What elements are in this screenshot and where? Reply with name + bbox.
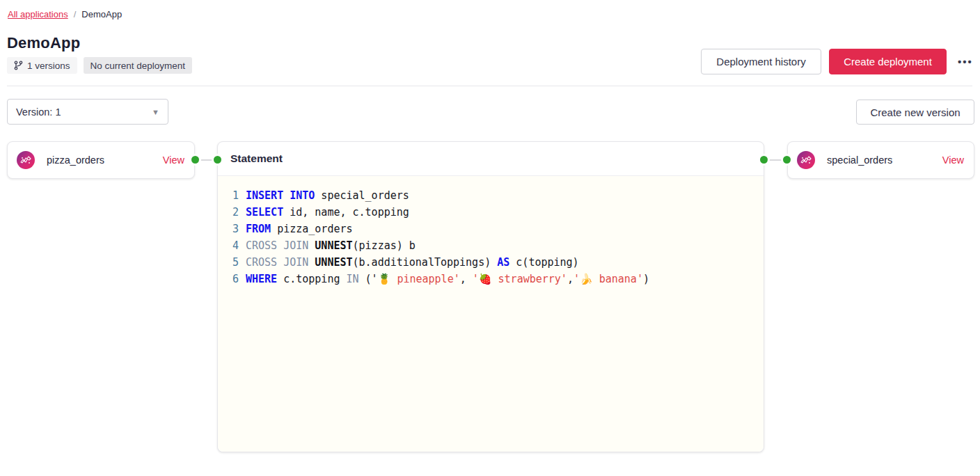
source-table-icon (16, 150, 35, 170)
line-number: 6 (228, 271, 239, 287)
ellipsis-icon: ••• (958, 56, 973, 68)
sql-code: 1INSERT INTO special_orders2SELECT id, n… (228, 187, 764, 287)
badge-row: 1 versions No current deployment (7, 57, 192, 74)
line-number: 1 (228, 187, 239, 204)
source-table-view-link[interactable]: View (163, 154, 184, 166)
source-table-title: pizza_orders (47, 154, 104, 166)
line-number: 2 (228, 204, 239, 221)
line-number: 4 (228, 237, 239, 254)
create-deployment-button[interactable]: Create deployment (829, 49, 947, 74)
breadcrumb-current: DemoApp (81, 9, 122, 19)
versions-badge: 1 versions (7, 57, 77, 74)
code-line: 3FROM pizza_orders (228, 221, 764, 237)
code-line: 2SELECT id, name, c.topping (228, 204, 764, 221)
code-line: 4CROSS JOIN UNNEST(pizzas) b (228, 237, 764, 254)
connector-dot (191, 156, 199, 164)
statement-card-header: Statement (218, 142, 764, 176)
deployment-status-badge: No current deployment (84, 57, 193, 74)
statement-card-body: 1INSERT INTO special_orders2SELECT id, n… (218, 176, 764, 452)
deployment-status-label: No current deployment (90, 61, 186, 71)
chevron-down-icon: ▼ (152, 108, 159, 116)
code-line: 1INSERT INTO special_orders (228, 187, 764, 204)
version-selector[interactable]: Version: 1 ▼ (7, 99, 168, 125)
line-number: 5 (228, 254, 239, 271)
target-table-title: special_orders (827, 154, 892, 166)
connector-dot (214, 156, 221, 164)
overflow-menu-button[interactable]: ••• (955, 49, 976, 74)
connector-line-right (766, 159, 785, 161)
deployment-history-button[interactable]: Deployment history (701, 49, 821, 74)
code-line: 6WHERE c.topping IN ('🍍 pineapple', '🍓 s… (228, 271, 764, 287)
app-detail-page: All applications / DemoApp DemoApp 1 ver… (0, 0, 980, 476)
statement-title: Statement (230, 152, 283, 165)
version-selector-value: Version: 1 (16, 106, 61, 118)
source-table-card[interactable]: pizza_orders View (7, 141, 195, 179)
page-title: DemoApp (7, 34, 80, 52)
target-table-card[interactable]: special_orders View (787, 141, 974, 179)
create-new-version-button[interactable]: Create new version (856, 100, 974, 125)
breadcrumb: All applications / DemoApp (8, 9, 122, 19)
target-table-view-link[interactable]: View (942, 154, 964, 166)
header-divider (7, 86, 972, 86)
line-number: 3 (228, 221, 239, 237)
code-line: 5CROSS JOIN UNNEST(b.additionalToppings)… (228, 254, 764, 271)
connector-dot (783, 156, 791, 164)
statement-card: Statement 1INSERT INTO special_orders2SE… (217, 141, 764, 452)
connector-dot (760, 156, 768, 164)
breadcrumb-all-applications-link[interactable]: All applications (8, 9, 68, 19)
breadcrumb-separator: / (74, 9, 77, 19)
target-table-icon (796, 150, 816, 170)
versions-badge-label: 1 versions (27, 61, 70, 71)
connector-line-left (197, 159, 216, 161)
git-branch-icon (14, 61, 23, 70)
